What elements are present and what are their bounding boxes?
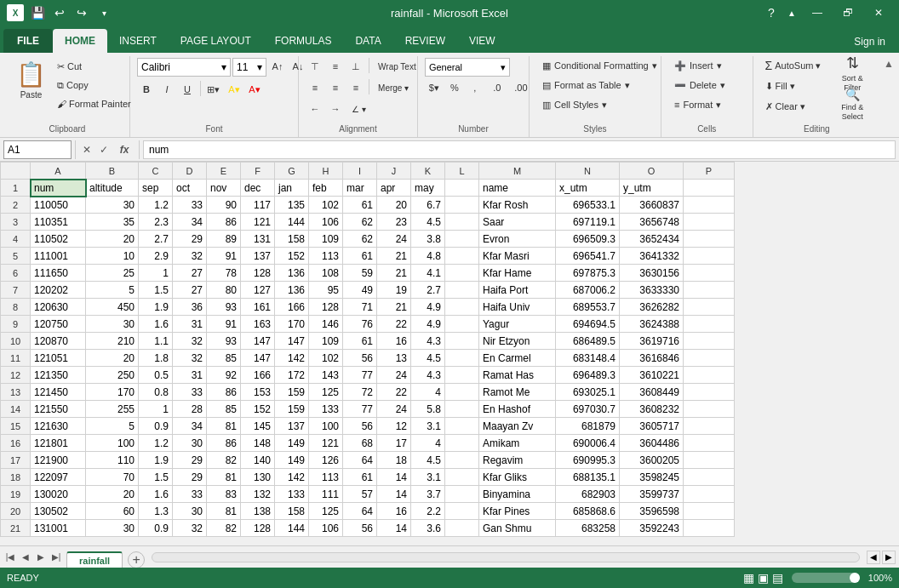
cell-C11[interactable]: 1.8 <box>139 350 173 367</box>
cell-b12[interactable]: 250 <box>86 367 139 384</box>
cell-H10[interactable]: 109 <box>309 333 343 350</box>
cell-C12[interactable]: 0.5 <box>139 367 173 384</box>
redo-btn[interactable]: ↪ <box>73 4 90 21</box>
undo-btn[interactable]: ↩ <box>51 4 68 21</box>
col-header-l[interactable]: L <box>445 163 479 180</box>
format-table-btn[interactable]: ▤ Format as Table ▾ <box>536 76 664 94</box>
cell-H20[interactable]: 125 <box>309 503 343 520</box>
decrease-indent-btn[interactable]: ← <box>306 100 324 117</box>
cell-n19[interactable]: 682903 <box>556 486 620 503</box>
cell-D16[interactable]: 30 <box>173 435 207 452</box>
cell-E21[interactable]: 82 <box>207 520 241 537</box>
cell-D5[interactable]: 32 <box>173 248 207 265</box>
cell-K18[interactable]: 3.1 <box>411 469 445 486</box>
cell-I7[interactable]: 49 <box>343 282 377 299</box>
cell-m3[interactable]: Saar <box>479 214 556 231</box>
cell-I20[interactable]: 64 <box>343 503 377 520</box>
cell-H11[interactable]: 102 <box>309 350 343 367</box>
find-select-btn[interactable]: 🔍 Find & Select <box>832 92 874 117</box>
cell-E6[interactable]: 78 <box>207 265 241 282</box>
ribbon-toggle-btn[interactable]: ▲ <box>783 4 800 21</box>
sign-in-btn[interactable]: Sign in <box>844 31 896 53</box>
increase-decimal-btn[interactable]: .0 <box>486 79 508 96</box>
add-sheet-btn[interactable]: + <box>128 551 145 568</box>
cell-D2[interactable]: 33 <box>173 197 207 214</box>
cell-p9[interactable] <box>684 316 735 333</box>
cell-G20[interactable]: 158 <box>275 503 309 520</box>
cell-b18[interactable]: 70 <box>86 469 139 486</box>
cell-c1[interactable]: sep <box>139 180 173 197</box>
close-btn[interactable]: ✕ <box>865 0 892 26</box>
cell-H18[interactable]: 113 <box>309 469 343 486</box>
cell-F3[interactable]: 121 <box>241 214 275 231</box>
scroll-right-btn[interactable]: ▶ <box>882 551 896 564</box>
ribbon-collapse-btn[interactable]: ▲ <box>884 58 894 70</box>
cell-m17[interactable]: Regavim <box>479 452 556 469</box>
cell-K13[interactable]: 4 <box>411 384 445 401</box>
cell-p10[interactable] <box>684 333 735 350</box>
cell-b11[interactable]: 20 <box>86 350 139 367</box>
cell-H13[interactable]: 125 <box>309 384 343 401</box>
scroll-left-btn[interactable]: ◀ <box>867 551 880 564</box>
cell-l11[interactable] <box>445 350 479 367</box>
tab-view[interactable]: VIEW <box>457 29 507 53</box>
cell-D19[interactable]: 33 <box>173 486 207 503</box>
cell-K20[interactable]: 2.2 <box>411 503 445 520</box>
cell-F6[interactable]: 128 <box>241 265 275 282</box>
cell-J3[interactable]: 23 <box>377 214 411 231</box>
cell-E15[interactable]: 81 <box>207 418 241 435</box>
col-header-o[interactable]: O <box>620 163 684 180</box>
cell-a14[interactable]: 121550 <box>31 401 86 418</box>
zoom-handle[interactable] <box>850 573 860 583</box>
cell-K2[interactable]: 6.7 <box>411 197 445 214</box>
cell-I3[interactable]: 62 <box>343 214 377 231</box>
cell-K16[interactable]: 4 <box>411 435 445 452</box>
cell-b16[interactable]: 100 <box>86 435 139 452</box>
cancel-formula-btn[interactable]: ✕ <box>79 142 94 157</box>
cell-m19[interactable]: Binyamina <box>479 486 556 503</box>
cell-o6[interactable]: 3630156 <box>620 265 684 282</box>
cell-H12[interactable]: 143 <box>309 367 343 384</box>
insert-btn[interactable]: ➕ Insert ▾ <box>668 56 753 75</box>
cell-p15[interactable] <box>684 418 735 435</box>
prev-sheet-btn[interactable]: ◀ <box>19 552 32 562</box>
increase-indent-btn[interactable]: → <box>326 100 345 117</box>
cell-b3[interactable]: 35 <box>86 214 139 231</box>
cell-E4[interactable]: 89 <box>207 231 241 248</box>
last-sheet-btn[interactable]: ▶| <box>49 552 63 562</box>
cell-l2[interactable] <box>445 197 479 214</box>
cell-o7[interactable]: 3633330 <box>620 282 684 299</box>
save-quick-btn[interactable]: 💾 <box>29 4 46 21</box>
cell-o21[interactable]: 3592243 <box>620 520 684 537</box>
cell-l9[interactable] <box>445 316 479 333</box>
cell-a17[interactable]: 121900 <box>31 452 86 469</box>
cell-C15[interactable]: 0.9 <box>139 418 173 435</box>
cell-J11[interactable]: 13 <box>377 350 411 367</box>
cell-I15[interactable]: 56 <box>343 418 377 435</box>
comma-btn[interactable]: , <box>466 79 484 96</box>
cell-a20[interactable]: 130502 <box>31 503 86 520</box>
cell-l18[interactable] <box>445 469 479 486</box>
cell-C7[interactable]: 1.5 <box>139 282 173 299</box>
cell-K21[interactable]: 3.6 <box>411 520 445 537</box>
cell-I9[interactable]: 76 <box>343 316 377 333</box>
cell-F5[interactable]: 137 <box>241 248 275 265</box>
cell-p8[interactable] <box>684 299 735 316</box>
cell-n12[interactable]: 696489.3 <box>556 367 620 384</box>
col-header-b[interactable]: B <box>86 163 139 180</box>
cell-n21[interactable]: 683258 <box>556 520 620 537</box>
cell-G16[interactable]: 149 <box>275 435 309 452</box>
cell-H19[interactable]: 111 <box>309 486 343 503</box>
cell-o5[interactable]: 3641332 <box>620 248 684 265</box>
cell-C13[interactable]: 0.8 <box>139 384 173 401</box>
percent-btn[interactable]: % <box>445 79 464 96</box>
insert-function-btn[interactable]: fx <box>113 142 135 157</box>
cell-H6[interactable]: 108 <box>309 265 343 282</box>
borders-btn[interactable]: ⊞▾ <box>204 81 223 98</box>
cell-o1[interactable]: y_utm <box>620 180 684 197</box>
cell-n14[interactable]: 697030.7 <box>556 401 620 418</box>
center-align-btn[interactable]: ≡ <box>326 79 345 96</box>
cell-H5[interactable]: 113 <box>309 248 343 265</box>
cell-F8[interactable]: 161 <box>241 299 275 316</box>
cell-a4[interactable]: 110502 <box>31 231 86 248</box>
